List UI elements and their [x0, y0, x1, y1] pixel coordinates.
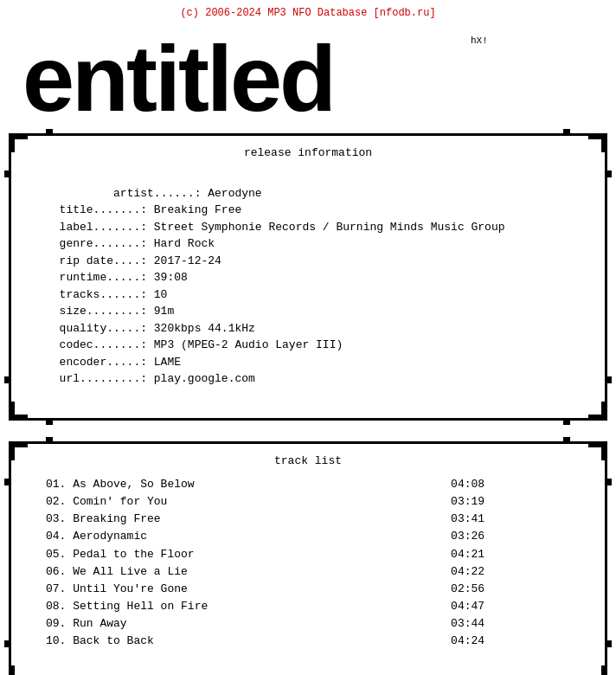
tracklist-section: track list 01. As Above, So Below 04:08 … — [9, 441, 607, 675]
logo-area: entitled hX! — [0, 22, 616, 128]
corner-br-2 — [588, 665, 607, 675]
tracklist-table: 01. As Above, So Below 04:08 02. Comin' … — [46, 476, 570, 668]
svg-text:hX!: hX! — [471, 35, 488, 46]
side-deco-b1 — [46, 418, 53, 425]
side-deco-l2 — [4, 376, 11, 383]
artist-row: artist......: Aerodyne title.......: Bre… — [46, 187, 505, 386]
corner-tl — [9, 133, 28, 152]
side-deco-l1-2 — [4, 479, 11, 485]
side-deco-r1-2 — [605, 479, 612, 485]
corner-tr — [588, 133, 607, 152]
side-deco-r2 — [605, 376, 612, 383]
corner-tl-2 — [9, 441, 28, 460]
side-deco-r1 — [605, 170, 612, 177]
copyright-text: (c) 2006-2024 MP3 NFO Database [nfodb.ru… — [0, 3, 616, 22]
tracklist-section-title: track list — [46, 454, 570, 467]
release-info-table: artist......: Aerodyne title.......: Bre… — [46, 168, 570, 404]
side-deco-t1-2 — [46, 437, 53, 444]
side-deco-l1 — [4, 170, 11, 177]
release-section-title: release information — [46, 146, 570, 159]
side-deco-b2 — [563, 418, 570, 425]
header: (c) 2006-2024 MP3 NFO Database [nfodb.ru… — [0, 0, 616, 128]
corner-bl-2 — [9, 665, 28, 675]
svg-text:entitled: entitled — [22, 26, 334, 119]
side-deco-l2-2 — [4, 640, 11, 647]
corner-bl — [9, 402, 28, 421]
side-deco-t1 — [46, 129, 53, 136]
side-deco-t2-2 — [563, 437, 570, 444]
release-section: release information artist......: Aerody… — [9, 133, 607, 421]
side-deco-r2-2 — [605, 640, 612, 647]
logo-svg: entitled hX! — [14, 24, 602, 119]
track-rows: 01. As Above, So Below 04:08 02. Comin' … — [46, 478, 484, 647]
corner-tr-2 — [588, 441, 607, 460]
side-deco-t2 — [563, 129, 570, 136]
corner-br — [588, 402, 607, 421]
gap-1 — [0, 426, 616, 436]
